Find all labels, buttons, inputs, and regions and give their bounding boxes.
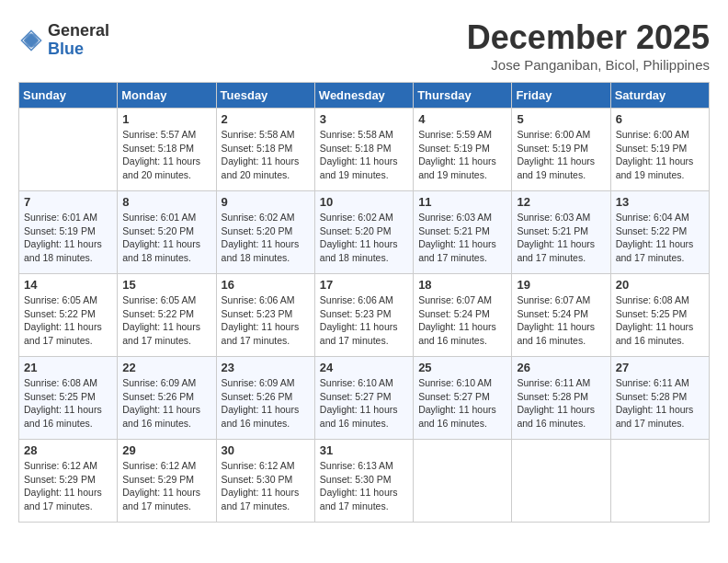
day-cell: 11Sunrise: 6:03 AM Sunset: 5:21 PM Dayli… <box>414 191 512 274</box>
day-number: 5 <box>517 112 605 126</box>
day-info: Sunrise: 5:57 AM Sunset: 5:18 PM Dayligh… <box>122 128 210 182</box>
day-number: 27 <box>616 361 704 374</box>
day-number: 16 <box>222 278 310 292</box>
day-info: Sunrise: 6:10 AM Sunset: 5:27 PM Dayligh… <box>320 376 408 431</box>
week-row-1: 7Sunrise: 6:01 AM Sunset: 5:19 PM Daylig… <box>19 191 710 274</box>
day-info: Sunrise: 6:06 AM Sunset: 5:23 PM Dayligh… <box>320 293 408 348</box>
day-info: Sunrise: 6:01 AM Sunset: 5:20 PM Dayligh… <box>122 211 210 265</box>
day-info: Sunrise: 6:01 AM Sunset: 5:19 PM Dayligh… <box>24 211 112 265</box>
day-number: 15 <box>122 278 210 292</box>
logo-general: General <box>48 22 109 40</box>
day-number: 13 <box>616 195 704 209</box>
day-number: 22 <box>122 361 210 374</box>
day-cell <box>414 440 512 523</box>
day-cell: 22Sunrise: 6:09 AM Sunset: 5:26 PM Dayli… <box>118 357 216 440</box>
title-block: December 2025 Jose Panganiban, Bicol, Ph… <box>467 18 710 73</box>
day-info: Sunrise: 6:12 AM Sunset: 5:29 PM Dayligh… <box>24 459 112 513</box>
day-cell: 2Sunrise: 5:58 AM Sunset: 5:18 PM Daylig… <box>216 109 314 191</box>
day-cell: 21Sunrise: 6:08 AM Sunset: 5:25 PM Dayli… <box>19 357 118 440</box>
day-info: Sunrise: 5:58 AM Sunset: 5:18 PM Dayligh… <box>222 128 310 182</box>
day-number: 2 <box>222 112 310 126</box>
day-number: 10 <box>320 195 408 209</box>
day-cell: 19Sunrise: 6:07 AM Sunset: 5:24 PM Dayli… <box>512 274 610 357</box>
day-number: 23 <box>222 361 310 374</box>
day-number: 20 <box>616 278 704 292</box>
day-number: 12 <box>517 195 605 209</box>
day-info: Sunrise: 6:08 AM Sunset: 5:25 PM Dayligh… <box>24 376 112 431</box>
day-cell: 25Sunrise: 6:10 AM Sunset: 5:27 PM Dayli… <box>414 357 512 440</box>
day-cell: 5Sunrise: 6:00 AM Sunset: 5:19 PM Daylig… <box>512 109 610 191</box>
day-cell: 12Sunrise: 6:03 AM Sunset: 5:21 PM Dayli… <box>512 191 610 274</box>
day-cell: 27Sunrise: 6:11 AM Sunset: 5:28 PM Dayli… <box>610 357 709 440</box>
day-info: Sunrise: 5:58 AM Sunset: 5:18 PM Dayligh… <box>320 128 408 182</box>
day-info: Sunrise: 6:00 AM Sunset: 5:19 PM Dayligh… <box>517 128 605 182</box>
day-info: Sunrise: 6:07 AM Sunset: 5:24 PM Dayligh… <box>517 293 605 348</box>
day-info: Sunrise: 6:00 AM Sunset: 5:19 PM Dayligh… <box>616 128 704 182</box>
day-info: Sunrise: 6:05 AM Sunset: 5:22 PM Dayligh… <box>122 293 210 348</box>
day-cell: 26Sunrise: 6:11 AM Sunset: 5:28 PM Dayli… <box>512 357 610 440</box>
header-cell-saturday: Saturday <box>610 83 709 109</box>
day-cell: 1Sunrise: 5:57 AM Sunset: 5:18 PM Daylig… <box>118 109 216 191</box>
day-cell: 18Sunrise: 6:07 AM Sunset: 5:24 PM Dayli… <box>414 274 512 357</box>
day-info: Sunrise: 6:03 AM Sunset: 5:21 PM Dayligh… <box>517 211 605 265</box>
day-cell: 17Sunrise: 6:06 AM Sunset: 5:23 PM Dayli… <box>314 274 413 357</box>
day-number: 8 <box>122 195 210 209</box>
header-cell-sunday: Sunday <box>19 83 118 109</box>
day-number: 31 <box>320 443 408 457</box>
day-number: 26 <box>517 361 605 374</box>
day-number: 7 <box>24 195 112 209</box>
day-cell: 7Sunrise: 6:01 AM Sunset: 5:19 PM Daylig… <box>19 191 118 274</box>
day-info: Sunrise: 6:08 AM Sunset: 5:25 PM Dayligh… <box>616 293 704 348</box>
day-number: 14 <box>24 278 112 292</box>
calendar-body: 1Sunrise: 5:57 AM Sunset: 5:18 PM Daylig… <box>19 109 710 523</box>
day-info: Sunrise: 6:04 AM Sunset: 5:22 PM Dayligh… <box>616 211 704 265</box>
day-cell: 30Sunrise: 6:12 AM Sunset: 5:30 PM Dayli… <box>216 440 314 523</box>
day-cell: 31Sunrise: 6:13 AM Sunset: 5:30 PM Dayli… <box>314 440 413 523</box>
page-header: General Blue December 2025 Jose Panganib… <box>18 18 710 73</box>
day-number: 21 <box>24 361 112 374</box>
day-info: Sunrise: 6:06 AM Sunset: 5:23 PM Dayligh… <box>222 293 310 348</box>
day-number: 6 <box>616 112 704 126</box>
day-cell: 16Sunrise: 6:06 AM Sunset: 5:23 PM Dayli… <box>216 274 314 357</box>
day-cell: 23Sunrise: 6:09 AM Sunset: 5:26 PM Dayli… <box>216 357 314 440</box>
day-info: Sunrise: 6:13 AM Sunset: 5:30 PM Dayligh… <box>320 459 408 513</box>
day-info: Sunrise: 6:09 AM Sunset: 5:26 PM Dayligh… <box>222 376 310 431</box>
day-number: 9 <box>222 195 310 209</box>
header-cell-thursday: Thursday <box>414 83 512 109</box>
calendar-header: SundayMondayTuesdayWednesdayThursdayFrid… <box>19 83 710 109</box>
day-cell <box>512 440 610 523</box>
day-cell: 4Sunrise: 5:59 AM Sunset: 5:19 PM Daylig… <box>414 109 512 191</box>
day-number: 29 <box>122 443 210 457</box>
header-cell-friday: Friday <box>512 83 610 109</box>
week-row-3: 21Sunrise: 6:08 AM Sunset: 5:25 PM Dayli… <box>19 357 710 440</box>
day-info: Sunrise: 6:11 AM Sunset: 5:28 PM Dayligh… <box>517 376 605 431</box>
day-info: Sunrise: 6:12 AM Sunset: 5:30 PM Dayligh… <box>222 459 310 513</box>
week-row-0: 1Sunrise: 5:57 AM Sunset: 5:18 PM Daylig… <box>19 109 710 191</box>
week-row-4: 28Sunrise: 6:12 AM Sunset: 5:29 PM Dayli… <box>19 440 710 523</box>
day-number: 3 <box>320 112 408 126</box>
day-info: Sunrise: 6:10 AM Sunset: 5:27 PM Dayligh… <box>418 376 506 431</box>
header-cell-wednesday: Wednesday <box>314 83 413 109</box>
day-number: 18 <box>418 278 506 292</box>
day-info: Sunrise: 6:07 AM Sunset: 5:24 PM Dayligh… <box>418 293 506 348</box>
calendar-table: SundayMondayTuesdayWednesdayThursdayFrid… <box>18 82 710 523</box>
day-info: Sunrise: 6:11 AM Sunset: 5:28 PM Dayligh… <box>616 376 704 431</box>
day-number: 19 <box>517 278 605 292</box>
week-row-2: 14Sunrise: 6:05 AM Sunset: 5:22 PM Dayli… <box>19 274 710 357</box>
day-cell: 14Sunrise: 6:05 AM Sunset: 5:22 PM Dayli… <box>19 274 118 357</box>
day-number: 17 <box>320 278 408 292</box>
day-number: 11 <box>418 195 506 209</box>
day-info: Sunrise: 6:02 AM Sunset: 5:20 PM Dayligh… <box>222 211 310 265</box>
day-number: 4 <box>418 112 506 126</box>
month-title: December 2025 <box>467 18 710 57</box>
day-cell: 3Sunrise: 5:58 AM Sunset: 5:18 PM Daylig… <box>314 109 413 191</box>
day-cell <box>19 109 118 191</box>
day-number: 1 <box>122 112 210 126</box>
day-info: Sunrise: 5:59 AM Sunset: 5:19 PM Dayligh… <box>418 128 506 182</box>
header-row: SundayMondayTuesdayWednesdayThursdayFrid… <box>19 83 710 109</box>
logo-blue: Blue <box>48 40 109 59</box>
day-cell: 8Sunrise: 6:01 AM Sunset: 5:20 PM Daylig… <box>118 191 216 274</box>
day-cell: 13Sunrise: 6:04 AM Sunset: 5:22 PM Dayli… <box>610 191 709 274</box>
day-info: Sunrise: 6:03 AM Sunset: 5:21 PM Dayligh… <box>418 211 506 265</box>
logo: General Blue <box>18 22 109 59</box>
